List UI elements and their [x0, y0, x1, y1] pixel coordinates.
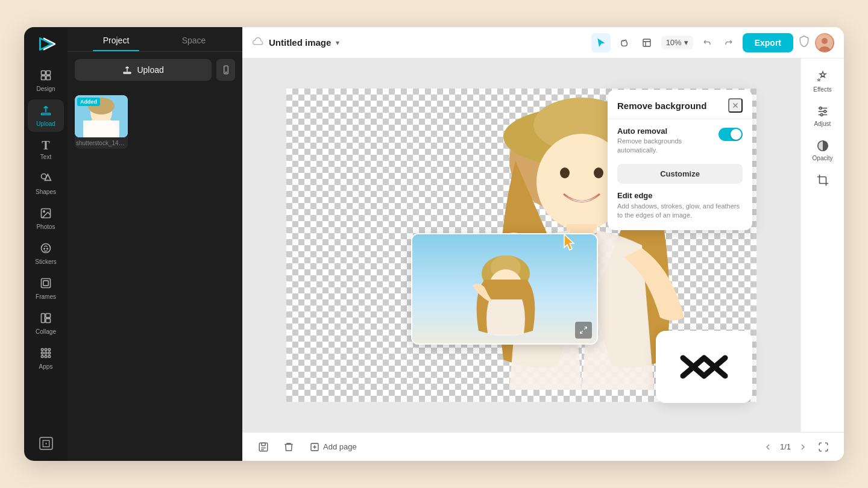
auto-removal-description: Remove backgrounds automatically. [617, 137, 714, 155]
customize-button[interactable]: Customize [617, 164, 743, 184]
title-dropdown-arrow[interactable]: ▾ [336, 39, 339, 47]
hand-tool-button[interactable] [614, 33, 634, 52]
help-button[interactable]: ⊡ [28, 432, 64, 455]
svg-rect-23 [42, 355, 43, 357]
sidebar-item-upload[interactable]: Upload [28, 99, 64, 132]
image-thumbnail-item[interactable]: Added shutterstock_149096... [75, 95, 128, 149]
zoom-control[interactable]: 10% ▾ [661, 36, 693, 49]
photos-icon [40, 207, 52, 221]
delete-page-button[interactable] [280, 438, 298, 456]
icon-bar-bottom: ⊡ [28, 432, 64, 455]
sidebar-item-frames[interactable]: Frames [28, 272, 64, 305]
auto-removal-toggle[interactable] [719, 128, 743, 141]
svg-point-28 [225, 72, 226, 72]
sidebar-item-stickers[interactable]: Stickers [28, 237, 64, 270]
auto-removal-label: Auto removal [617, 127, 714, 136]
svg-rect-12 [42, 279, 51, 288]
sidebar-item-label-upload: Upload [36, 120, 55, 127]
sidebar-item-label-design: Design [36, 86, 55, 92]
svg-rect-16 [46, 319, 51, 323]
upload-btn-label: Upload [137, 65, 163, 75]
sidebar-item-text[interactable]: T Text [28, 134, 64, 165]
add-page-button[interactable]: Add page [305, 440, 362, 454]
close-icon [731, 101, 740, 110]
svg-rect-5 [42, 113, 51, 115]
sidebar-item-design[interactable]: Design [28, 64, 64, 97]
svg-rect-2 [46, 71, 51, 75]
export-button[interactable]: Export [743, 33, 793, 52]
svg-rect-25 [48, 355, 50, 357]
mobile-icon [221, 65, 231, 75]
svg-rect-20 [42, 352, 43, 354]
image-thumbnail: Added [75, 95, 128, 137]
adjust-panel-item[interactable]: Adjust [805, 100, 841, 132]
next-page-button[interactable] [796, 440, 810, 454]
mobile-view-button[interactable] [216, 59, 235, 81]
help-icon: ⊡ [39, 437, 53, 450]
crop-panel-item[interactable] [805, 169, 841, 194]
hand-icon [619, 38, 629, 48]
sidebar-item-photos[interactable]: Photos [28, 202, 64, 235]
canvas-wrapper: Remove background Auto removal Remove ba… [242, 58, 844, 432]
opacity-label: Opacity [813, 155, 833, 161]
next-arrow-icon [798, 442, 808, 452]
auto-removal-row: Auto removal Remove backgrounds automati… [617, 127, 743, 155]
effects-label: Effects [813, 86, 831, 93]
svg-rect-24 [45, 355, 46, 357]
remove-bg-close-button[interactable] [728, 98, 743, 113]
svg-rect-3 [42, 76, 46, 80]
bottom-right-controls: 1/1 [761, 439, 832, 455]
undo-button[interactable] [698, 33, 717, 52]
sidebar-item-shapes[interactable]: Shapes [28, 167, 64, 200]
svg-rect-21 [45, 352, 46, 354]
remove-bg-header: Remove background [608, 90, 752, 119]
tab-space[interactable]: Space [155, 27, 233, 51]
sidebar-item-collage[interactable]: Collage [28, 307, 64, 340]
text-icon: T [42, 139, 49, 151]
edit-edge-section: Edit edge Add shadows, strokes, glow, an… [608, 184, 752, 221]
prev-page-button[interactable] [761, 440, 775, 454]
user-avatar[interactable] [815, 33, 834, 52]
document-title: Untitled image [269, 37, 331, 48]
sidebar-item-label-shapes: Shapes [36, 189, 56, 195]
svg-rect-15 [46, 314, 51, 318]
expand-preview-button[interactable] [575, 322, 592, 339]
canva-logo-watermark [671, 343, 737, 391]
panel-body: Upload [68, 52, 242, 461]
cursor-tool-button[interactable] [591, 33, 611, 52]
main-area: Untitled image ▾ 10% ▾ [242, 27, 844, 461]
save-template-button[interactable] [254, 438, 272, 456]
prev-arrow-icon [763, 442, 773, 452]
save-template-icon [258, 442, 269, 452]
upload-button[interactable]: Upload [75, 59, 212, 81]
effects-panel-item[interactable]: Effects [805, 66, 841, 98]
layout-tool-button[interactable] [637, 33, 656, 52]
delete-icon [283, 442, 294, 452]
auto-removal-section: Auto removal Remove backgrounds automati… [608, 119, 752, 184]
app-logo[interactable] [35, 33, 57, 55]
cloud-save-icon [252, 36, 264, 49]
add-page-label: Add page [323, 442, 357, 451]
right-panel: Effects Adjust [800, 58, 844, 432]
svg-rect-14 [42, 314, 45, 323]
undo-icon [703, 38, 712, 48]
canvas-area[interactable]: Remove background Auto removal Remove ba… [242, 58, 800, 432]
edit-edge-description: Add shadows, strokes, glow, and feathers… [617, 202, 743, 221]
opacity-panel-item[interactable]: Opacity [805, 134, 841, 166]
svg-point-11 [47, 248, 48, 249]
effects-icon [816, 70, 829, 84]
tab-project[interactable]: Project [77, 27, 155, 51]
icon-bar: Design Upload T Text Shapes Photos [24, 27, 68, 461]
redo-button[interactable] [719, 33, 738, 52]
sidebar-item-apps[interactable]: Apps [28, 342, 64, 375]
svg-rect-1 [42, 71, 46, 75]
adjust-label: Adjust [814, 120, 831, 127]
svg-point-45 [594, 167, 603, 178]
sidebar-item-label-stickers: Stickers [35, 258, 57, 265]
bottom-toolbar: Add page 1/1 [242, 432, 844, 461]
shield-svg [798, 35, 810, 47]
sidebar-item-label-text: Text [40, 154, 51, 160]
shield-icon[interactable] [798, 35, 810, 50]
fit-page-button[interactable] [815, 439, 832, 455]
page-indicator: 1/1 [780, 442, 791, 451]
